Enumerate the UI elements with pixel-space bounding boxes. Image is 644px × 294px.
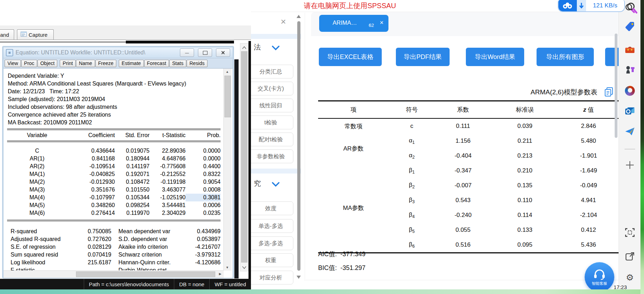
param-value: -0.240 xyxy=(435,208,491,223)
export-button-2[interactable]: 导出Word结果 xyxy=(466,48,524,66)
toolbar-button-estimate[interactable]: Estimate xyxy=(119,60,144,67)
coef-variable: AR(2) xyxy=(7,163,67,170)
toolbar-button-object[interactable]: Object xyxy=(37,60,57,67)
close-button[interactable] xyxy=(216,48,230,57)
param-col-header: 系数 xyxy=(435,101,491,119)
toolbar-button-proc[interactable]: Proc xyxy=(21,60,37,67)
page-notice: 请在电脑网页上使用SPSSAU xyxy=(251,1,449,11)
coef-col-header: Std. Error xyxy=(115,130,150,141)
panel-scroll-down-icon[interactable] xyxy=(297,276,301,279)
toolbar-button-print[interactable]: Print xyxy=(60,60,76,67)
minimize-button[interactable]: — xyxy=(180,48,194,57)
menu-item[interactable]: 非参数检验 xyxy=(251,149,293,163)
toolbar-button-name[interactable]: Name xyxy=(76,60,95,67)
scroll-thumb[interactable] xyxy=(224,76,231,117)
scroll-down-icon[interactable] xyxy=(240,264,248,270)
export-button-1[interactable]: 导出PDF结果 xyxy=(396,48,450,66)
microsoft-365-icon[interactable] xyxy=(625,86,635,96)
export-button-3[interactable]: 导出所有图形 xyxy=(537,48,594,66)
games-icon[interactable] xyxy=(625,64,635,75)
menu-item[interactable]: 多选-多选 xyxy=(251,236,293,250)
tab-command-partial[interactable]: mand xyxy=(0,29,14,40)
eviews-outer-scrollbar[interactable] xyxy=(240,43,248,271)
stats-cell: 0.028129 xyxy=(74,243,111,251)
stats-cell: 215.6187 xyxy=(74,259,111,266)
param-symbol: α1 xyxy=(389,134,435,148)
chevron-down-icon[interactable] xyxy=(271,45,280,52)
browser-sidebar: ⚙ xyxy=(619,0,641,294)
menu-item[interactable]: 单选-多选 xyxy=(251,219,293,233)
toolbar-button-freeze[interactable]: Freeze xyxy=(95,60,117,67)
capture-icon xyxy=(21,31,27,38)
menu-item[interactable]: 效度 xyxy=(251,201,293,215)
customer-service-button[interactable]: 智能客服 xyxy=(585,262,614,292)
equation-horizontal-scrollbar[interactable]: ▶ xyxy=(4,270,224,278)
param-value: -1.901 xyxy=(558,148,619,163)
maximize-button[interactable] xyxy=(198,48,212,57)
spssau-page: 请在电脑网页上使用SPSSAU × 法 分类汇总交叉(卡方)线性回归t检验配对t… xyxy=(251,0,619,294)
param-value: -2.104 xyxy=(558,208,619,223)
scroll-thumb[interactable] xyxy=(76,271,215,277)
copy-table-icon[interactable] xyxy=(604,87,614,98)
toolbar-button-forecast[interactable]: Forecast xyxy=(144,60,169,67)
rule xyxy=(7,220,221,221)
toolbar-button-stats[interactable]: Stats xyxy=(169,60,186,67)
chevron-down-icon[interactable] xyxy=(271,182,280,188)
tab-capture-label: Capture xyxy=(29,32,47,38)
menu-item[interactable]: t检验 xyxy=(251,116,293,129)
export-button-0[interactable]: 导出EXCEL表格 xyxy=(319,48,382,66)
menu-item[interactable]: 权重 xyxy=(251,253,293,267)
menu-section2-label[interactable]: 究 xyxy=(254,179,261,188)
messaging-icon[interactable] xyxy=(625,126,635,137)
output-header-line: Dependent Variable: Y xyxy=(8,72,233,80)
menu-item[interactable]: 交叉(卡方) xyxy=(251,82,293,95)
coef-value: 0.108472 xyxy=(115,178,150,186)
coef-variable: MA(4) xyxy=(7,194,67,201)
status-wf: WF = untitled xyxy=(209,279,251,290)
coef-value: -0.212552 xyxy=(150,170,186,178)
panel-close-icon[interactable]: × xyxy=(281,17,286,26)
menu-item[interactable]: 配对t检验 xyxy=(251,133,293,146)
param-value: 0.133 xyxy=(491,223,558,237)
coef-value: 0.105344 xyxy=(115,194,150,201)
menu-section1-label[interactable]: 法 xyxy=(254,42,261,52)
shopping-tag-icon[interactable] xyxy=(625,21,635,32)
tab-capture[interactable]: Capture xyxy=(17,29,54,40)
equation-vertical-scrollbar[interactable]: ▲ ▼ xyxy=(223,69,232,271)
coef-row: MA(4)-0.1079970.105344-1.0251900.3081 xyxy=(7,194,221,201)
scroll-up-icon[interactable] xyxy=(240,44,248,51)
param-value: 5.480 xyxy=(558,134,619,148)
download-widget[interactable]: 121 KB/s xyxy=(558,0,625,12)
toolbox-icon[interactable] xyxy=(625,44,635,55)
toolbar-button-resids[interactable]: Resids xyxy=(187,60,207,67)
coef-value: 0.9054 xyxy=(186,178,221,186)
coef-value: 0.351676 xyxy=(67,186,115,194)
equation-titlebar[interactable]: = Equation: UNTITLED Workfile: UNTITLED:… xyxy=(4,47,233,58)
panel-scroll-up-icon[interactable] xyxy=(297,15,301,18)
toolbar-button-view[interactable]: View xyxy=(5,60,21,67)
browser-search-icon[interactable] xyxy=(626,2,638,15)
result-tab-close-icon[interactable]: × xyxy=(380,19,384,27)
coef-col-header: Coefficient xyxy=(67,130,115,141)
equation-toolbar: ViewProcObjectPrintNameFreezeEstimateFor… xyxy=(4,58,233,69)
param-value: 1.156 xyxy=(435,134,491,148)
coef-value: 2.304029 xyxy=(150,209,186,217)
result-tab[interactable]: ARIMA… 62 × xyxy=(319,15,388,32)
open-in-browser-icon[interactable] xyxy=(625,251,635,262)
menu-item[interactable]: 分类汇总 xyxy=(251,65,293,78)
add-icon[interactable] xyxy=(625,160,635,170)
param-value: 4.941 xyxy=(558,193,619,208)
scroll-thumb[interactable] xyxy=(241,51,247,263)
divider xyxy=(304,280,619,280)
menu-item[interactable]: 线性回归 xyxy=(251,99,293,112)
screenshot-icon[interactable] xyxy=(625,227,635,238)
coef-variable: MA(3) xyxy=(7,186,67,194)
outlook-icon[interactable] xyxy=(625,106,635,116)
param-value: 0.055 xyxy=(435,223,491,237)
param-value: 0.114 xyxy=(491,208,558,223)
taskbar-strip xyxy=(0,289,640,294)
menu-item[interactable]: 对应分析 xyxy=(251,271,293,284)
panel-scroll-thumb[interactable] xyxy=(297,21,300,271)
settings-gear-icon[interactable]: ⚙ xyxy=(625,272,635,283)
page-scrollbar-thumb[interactable] xyxy=(615,34,617,138)
